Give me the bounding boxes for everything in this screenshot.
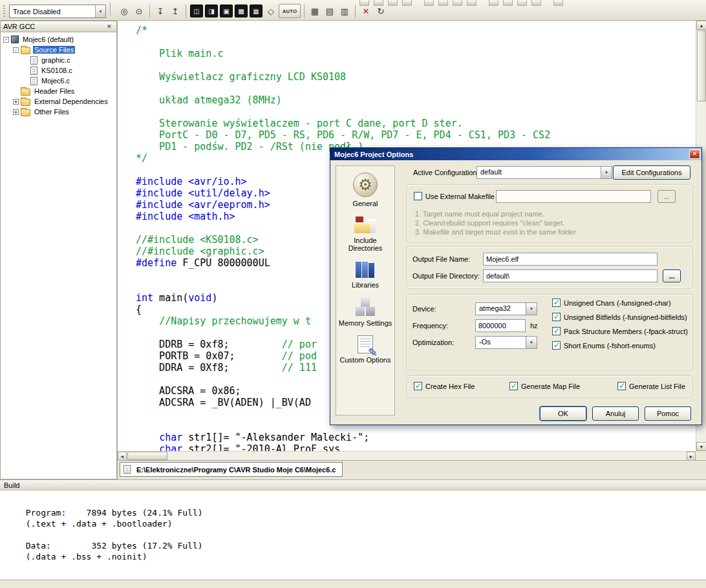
build-panel-title: Build	[4, 481, 19, 489]
goto-top-icon[interactable]: ↥	[168, 4, 182, 18]
dialog-nav-libraries[interactable]: Libraries	[337, 260, 394, 289]
horizontal-scrollbar-thumb[interactable]	[127, 452, 167, 460]
editor-horizontal-scrollbar[interactable]: ◄ ►	[118, 451, 696, 460]
chevron-down-icon[interactable]: ▼	[95, 5, 105, 17]
trace-status-combo[interactable]: Trace Disabled ▼	[9, 5, 106, 18]
code-line: /*	[136, 25, 550, 36]
goto-bottom-icon[interactable]: ↧	[153, 4, 167, 18]
scroll-up-icon[interactable]: ▲	[696, 21, 706, 30]
clipped-toolbar-icon	[374, 0, 383, 6]
chevron-down-icon[interactable]: ▼	[526, 337, 537, 348]
flag-checkbox-short-enums[interactable]: Short Enums (-fshort-enums)	[552, 341, 688, 350]
tree-item-label: Header Files	[33, 87, 76, 95]
folders-icon	[354, 216, 376, 234]
tree-item-external-dependencies[interactable]: +External Dependencies	[1, 96, 116, 107]
checkbox-label: Create Hex File	[425, 383, 475, 390]
file-checkbox-generate-map-file[interactable]: Generate Map File	[509, 382, 580, 390]
active-configuration-label: Active Configuration	[413, 169, 476, 176]
checkbox-label: Pack Structure Members (-fpack-struct)	[564, 328, 688, 335]
isp-programmer-icon[interactable]: ▣	[220, 5, 233, 17]
makefile-note: 1. Target name must equal project name.	[415, 209, 576, 218]
tree-item-graphic-c[interactable]: graphic.c	[1, 55, 116, 65]
browse-output-directory-button[interactable]: ...	[663, 269, 681, 282]
dialog-title-bar[interactable]: Mojec6 Project Options ✕	[330, 148, 701, 160]
file-checkbox-create-hex-file[interactable]: Create Hex File	[414, 382, 475, 390]
clipped-toolbar-icon	[402, 0, 412, 6]
refresh-icon[interactable]: ↻	[374, 4, 388, 18]
memory-view-icon[interactable]: ▦	[308, 4, 322, 18]
tree-item-source-files[interactable]: -Source Files	[1, 45, 116, 55]
compiler-flag-checkboxes: Unsigned Chars (-funsigned-char)Unsigned…	[552, 299, 688, 350]
connect-icon[interactable]: ◇	[264, 4, 278, 18]
toolbar-grip[interactable]	[3, 5, 5, 18]
code-line	[136, 106, 550, 118]
cancel-button[interactable]: Anuluj	[592, 406, 639, 421]
tree-item-mojec6-default[interactable]: -Mojec6 (default)	[1, 34, 116, 45]
tree-expander-icon[interactable]: -	[13, 47, 19, 53]
stk500-icon[interactable]: ▩	[235, 5, 248, 17]
dialog-nav-label: General	[352, 200, 378, 207]
simulator-icon[interactable]: ▦	[250, 5, 262, 17]
use-external-makefile-checkbox[interactable]: Use External Makefile	[414, 192, 495, 200]
ok-button[interactable]: OK	[540, 406, 586, 421]
dialog-nav-custom-options[interactable]: Custom Options	[337, 335, 394, 364]
zoom-in-icon[interactable]: ◎	[117, 4, 131, 18]
build-output-text[interactable]: Program: 7894 bytes (24.1% Full) (.text …	[0, 490, 706, 580]
active-configuration-combo[interactable]: default ▼	[476, 166, 612, 179]
document-tab[interactable]: E:\Elektroniczne\Programy C\AVR Studio M…	[120, 462, 343, 477]
output-file-name-label: Output File Name:	[412, 255, 470, 263]
scroll-right-icon[interactable]: ►	[687, 452, 696, 461]
clipped-toolbar-strip	[359, 0, 703, 6]
device-settings-group: Device: atmega32 ▼ Frequency: hz Optimiz…	[407, 294, 692, 370]
flag-checkbox-pack-structure-members[interactable]: Pack Structure Members (-fpack-struct)	[552, 327, 688, 335]
tree-expander-icon[interactable]: +	[13, 99, 19, 105]
zoom-out-icon[interactable]: ⊙	[132, 4, 146, 18]
output-file-name-field[interactable]	[483, 253, 658, 266]
scroll-down-icon[interactable]: ▼	[696, 442, 706, 451]
tree-item-mojec6-c[interactable]: Mojec6.c	[1, 76, 116, 86]
flag-checkbox-unsigned-chars[interactable]: Unsigned Chars (-funsigned-char)	[552, 299, 688, 307]
code-line	[136, 59, 550, 71]
vertical-scrollbar-thumb[interactable]	[697, 30, 706, 101]
io-view-icon[interactable]: ▥	[337, 4, 352, 18]
tree-expander-icon[interactable]: -	[3, 37, 9, 43]
chevron-down-icon[interactable]: ▼	[601, 167, 612, 178]
device-combo[interactable]: atmega32 ▼	[475, 302, 537, 315]
dialog-nav-memory-settings[interactable]: Memory Settings	[337, 297, 394, 327]
close-icon[interactable]: ✕	[105, 23, 114, 31]
dialog-sidebar: GeneralInclude DirectoriesLibrariesMemor…	[336, 165, 395, 415]
use-external-makefile-label: Use External Makefile	[425, 193, 495, 200]
cfile-icon	[30, 67, 37, 75]
tree-item-other-files[interactable]: +Other Files	[1, 107, 116, 117]
frequency-field[interactable]	[475, 319, 526, 332]
checkbox-icon	[552, 313, 561, 321]
gear-icon	[353, 173, 378, 197]
watch-view-icon[interactable]: ▤	[323, 4, 337, 18]
chevron-down-icon[interactable]: ▼	[526, 303, 537, 315]
tree-item-ks0108-c[interactable]: KS0108.c	[1, 65, 116, 76]
tree-item-label: KS0108.c	[40, 67, 74, 74]
dialog-nav-general[interactable]: General	[337, 173, 394, 207]
device-label: Device:	[412, 305, 436, 313]
flag-checkbox-unsigned-bitfields[interactable]: Unsigned Bitfields (-funsigned-bitfields…	[552, 313, 688, 321]
scroll-left-icon[interactable]: ◄	[118, 452, 127, 461]
project-panel: AVR GCC ✕ -Mojec6 (default)-Source Files…	[0, 21, 118, 479]
jtag-ice-icon[interactable]: ◨	[205, 5, 218, 17]
code-line: char str1[]= "-Aleksander Malecki-";	[136, 432, 550, 443]
clipped-toolbar-icon	[424, 0, 434, 6]
external-makefile-field[interactable]	[496, 190, 651, 203]
output-file-directory-field[interactable]	[483, 269, 658, 282]
tree-expander-icon[interactable]: +	[13, 109, 19, 115]
auto-connect-icon[interactable]: AUTO	[279, 4, 301, 18]
build-panel-header[interactable]: Build	[0, 479, 706, 490]
help-button[interactable]: Pomoc	[645, 406, 691, 421]
cancel-build-icon[interactable]: ✕	[359, 4, 373, 18]
toolbar-separator	[110, 3, 111, 16]
file-checkbox-generate-list-file[interactable]: Generate List File	[617, 382, 685, 390]
tree-item-header-files[interactable]: Header Files	[1, 86, 116, 96]
dialog-nav-include-directories[interactable]: Include Directories	[337, 216, 394, 252]
ice-debugger-icon[interactable]: ◫	[190, 5, 203, 17]
close-icon[interactable]: ✕	[689, 149, 700, 159]
optimization-combo[interactable]: -Os ▼	[475, 336, 537, 349]
edit-configurations-button[interactable]: Edit Configurations	[613, 165, 690, 180]
